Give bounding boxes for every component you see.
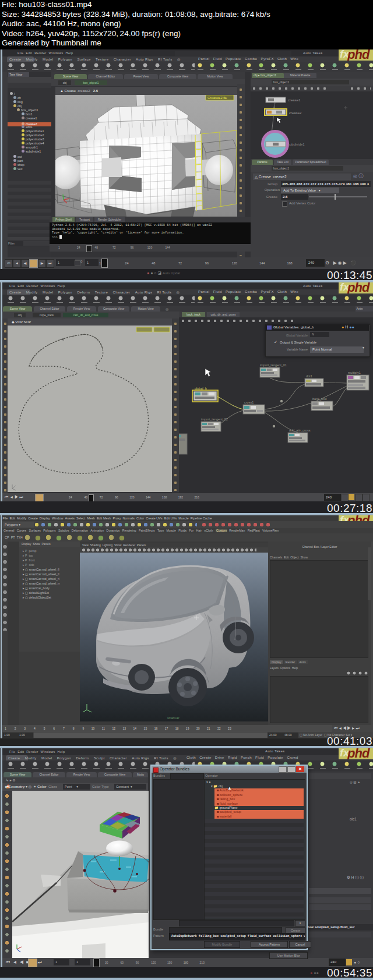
svg-text:multiply1: multiply1 — [348, 371, 361, 374]
svg-text:bank_rout: bank_rout — [312, 397, 327, 401]
svg-text:global_h: global_h — [195, 387, 207, 390]
svg-text:Crease▸2.6▸: Crease▸2.6▸ — [207, 96, 227, 100]
svg-text:import_tangent_02: import_tangent_02 — [201, 418, 228, 421]
svg-text:add_attr_cross: add_attr_cross — [289, 429, 311, 432]
svg-text:crease1: crease1 — [288, 98, 301, 102]
svg-text:smartCar: smartCar — [167, 716, 180, 720]
svg-text:cross1: cross1 — [244, 401, 254, 404]
svg-text:crease2: crease2 — [289, 111, 302, 115]
svg-text:subdivide1: subdivide1 — [288, 143, 305, 146]
svg-text:dot1: dot1 — [306, 374, 312, 378]
svg-text:import_tangent_01: import_tangent_01 — [260, 363, 287, 367]
